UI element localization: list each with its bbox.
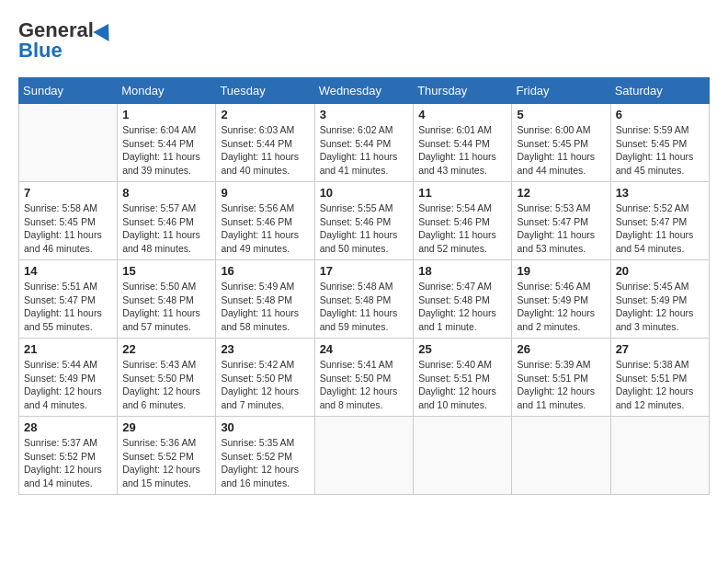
cell-sun-info: Sunrise: 5:56 AMSunset: 5:46 PMDaylight:… [221, 201, 309, 256]
calendar-cell [19, 104, 118, 182]
day-number: 4 [418, 108, 506, 121]
cell-sun-info: Sunrise: 5:49 AMSunset: 5:48 PMDaylight:… [221, 280, 309, 334]
calendar-week-2: 7Sunrise: 5:58 AMSunset: 5:45 PMDaylight… [19, 182, 710, 260]
column-header-tuesday: Tuesday [216, 78, 314, 104]
calendar-week-1: 1Sunrise: 6:04 AMSunset: 5:44 PMDaylight… [19, 104, 710, 182]
day-number: 22 [122, 342, 210, 356]
day-number: 11 [418, 186, 506, 200]
calendar-week-5: 28Sunrise: 5:37 AMSunset: 5:52 PMDayligh… [19, 417, 710, 495]
day-number: 8 [122, 186, 210, 200]
calendar-cell: 21Sunrise: 5:44 AMSunset: 5:49 PMDayligh… [19, 339, 118, 417]
column-header-wednesday: Wednesday [314, 78, 414, 104]
column-header-thursday: Thursday [414, 78, 512, 104]
calendar-cell: 28Sunrise: 5:37 AMSunset: 5:52 PMDayligh… [19, 417, 118, 495]
calendar-cell: 17Sunrise: 5:48 AMSunset: 5:48 PMDayligh… [314, 260, 414, 339]
calendar-cell: 2Sunrise: 6:03 AMSunset: 5:44 PMDaylight… [216, 104, 314, 182]
day-number: 10 [320, 186, 409, 200]
cell-sun-info: Sunrise: 5:38 AMSunset: 5:51 PMDaylight:… [616, 358, 704, 412]
day-number: 9 [221, 186, 309, 200]
cell-sun-info: Sunrise: 5:54 AMSunset: 5:46 PMDaylight:… [418, 201, 506, 256]
calendar-cell: 9Sunrise: 5:56 AMSunset: 5:46 PMDaylight… [216, 182, 314, 260]
calendar-cell: 24Sunrise: 5:41 AMSunset: 5:50 PMDayligh… [314, 339, 414, 417]
cell-sun-info: Sunrise: 6:01 AMSunset: 5:44 PMDaylight:… [418, 123, 506, 178]
day-number: 19 [517, 264, 605, 278]
day-number: 27 [616, 342, 704, 356]
logo: General Blue [18, 18, 114, 63]
calendar-cell: 14Sunrise: 5:51 AMSunset: 5:47 PMDayligh… [19, 260, 118, 339]
cell-sun-info: Sunrise: 5:41 AMSunset: 5:50 PMDaylight:… [320, 358, 409, 412]
column-header-friday: Friday [512, 78, 610, 104]
cell-sun-info: Sunrise: 5:43 AMSunset: 5:50 PMDaylight:… [122, 358, 210, 412]
cell-sun-info: Sunrise: 5:35 AMSunset: 5:52 PMDaylight:… [221, 436, 309, 490]
day-number: 17 [320, 264, 409, 278]
cell-sun-info: Sunrise: 5:48 AMSunset: 5:48 PMDaylight:… [320, 280, 409, 334]
calendar-cell: 3Sunrise: 6:02 AMSunset: 5:44 PMDaylight… [314, 104, 414, 182]
cell-sun-info: Sunrise: 5:44 AMSunset: 5:49 PMDaylight:… [24, 358, 112, 412]
calendar-cell: 22Sunrise: 5:43 AMSunset: 5:50 PMDayligh… [118, 339, 216, 417]
day-number: 1 [122, 108, 210, 121]
calendar-table: SundayMondayTuesdayWednesdayThursdayFrid… [18, 77, 710, 495]
day-number: 7 [24, 186, 112, 200]
calendar-cell: 18Sunrise: 5:47 AMSunset: 5:48 PMDayligh… [414, 260, 512, 339]
calendar-cell: 11Sunrise: 5:54 AMSunset: 5:46 PMDayligh… [414, 182, 512, 260]
column-header-sunday: Sunday [19, 78, 118, 104]
calendar-cell [314, 417, 414, 495]
column-header-saturday: Saturday [610, 78, 709, 104]
cell-sun-info: Sunrise: 6:00 AMSunset: 5:45 PMDaylight:… [517, 123, 605, 178]
cell-sun-info: Sunrise: 5:55 AMSunset: 5:46 PMDaylight:… [320, 201, 409, 256]
calendar-cell: 4Sunrise: 6:01 AMSunset: 5:44 PMDaylight… [414, 104, 512, 182]
cell-sun-info: Sunrise: 5:50 AMSunset: 5:48 PMDaylight:… [122, 280, 210, 334]
cell-sun-info: Sunrise: 6:03 AMSunset: 5:44 PMDaylight:… [221, 123, 309, 178]
cell-sun-info: Sunrise: 5:40 AMSunset: 5:51 PMDaylight:… [418, 358, 506, 412]
calendar-cell: 20Sunrise: 5:45 AMSunset: 5:49 PMDayligh… [610, 260, 709, 339]
calendar-week-4: 21Sunrise: 5:44 AMSunset: 5:49 PMDayligh… [19, 339, 710, 417]
day-number: 25 [418, 342, 506, 356]
cell-sun-info: Sunrise: 5:36 AMSunset: 5:52 PMDaylight:… [122, 436, 210, 490]
calendar-cell: 15Sunrise: 5:50 AMSunset: 5:48 PMDayligh… [118, 260, 216, 339]
day-number: 6 [616, 108, 704, 121]
day-number: 5 [517, 108, 605, 121]
cell-sun-info: Sunrise: 5:57 AMSunset: 5:46 PMDaylight:… [122, 201, 210, 256]
calendar-cell: 16Sunrise: 5:49 AMSunset: 5:48 PMDayligh… [216, 260, 314, 339]
calendar-header-row: SundayMondayTuesdayWednesdayThursdayFrid… [19, 78, 710, 104]
cell-sun-info: Sunrise: 5:59 AMSunset: 5:45 PMDaylight:… [616, 123, 704, 178]
cell-sun-info: Sunrise: 6:04 AMSunset: 5:44 PMDaylight:… [122, 123, 210, 178]
day-number: 30 [221, 420, 309, 434]
day-number: 23 [221, 342, 309, 356]
cell-sun-info: Sunrise: 5:46 AMSunset: 5:49 PMDaylight:… [517, 280, 605, 334]
calendar-cell: 29Sunrise: 5:36 AMSunset: 5:52 PMDayligh… [118, 417, 216, 495]
page-header: General Blue [18, 18, 710, 63]
logo-icon [93, 19, 116, 41]
day-number: 3 [320, 108, 409, 121]
cell-sun-info: Sunrise: 6:02 AMSunset: 5:44 PMDaylight:… [320, 123, 409, 178]
day-number: 14 [24, 264, 112, 278]
calendar-cell: 12Sunrise: 5:53 AMSunset: 5:47 PMDayligh… [512, 182, 610, 260]
cell-sun-info: Sunrise: 5:37 AMSunset: 5:52 PMDaylight:… [24, 436, 112, 490]
calendar-cell [512, 417, 610, 495]
calendar-cell: 8Sunrise: 5:57 AMSunset: 5:46 PMDaylight… [118, 182, 216, 260]
day-number: 21 [24, 342, 112, 356]
calendar-cell: 5Sunrise: 6:00 AMSunset: 5:45 PMDaylight… [512, 104, 610, 182]
calendar-cell [610, 417, 709, 495]
cell-sun-info: Sunrise: 5:58 AMSunset: 5:45 PMDaylight:… [24, 201, 112, 256]
cell-sun-info: Sunrise: 5:45 AMSunset: 5:49 PMDaylight:… [616, 280, 704, 334]
cell-sun-info: Sunrise: 5:39 AMSunset: 5:51 PMDaylight:… [517, 358, 605, 412]
cell-sun-info: Sunrise: 5:42 AMSunset: 5:50 PMDaylight:… [221, 358, 309, 412]
day-number: 29 [122, 420, 210, 434]
day-number: 24 [320, 342, 409, 356]
column-header-monday: Monday [118, 78, 216, 104]
calendar-cell: 23Sunrise: 5:42 AMSunset: 5:50 PMDayligh… [216, 339, 314, 417]
calendar-cell: 10Sunrise: 5:55 AMSunset: 5:46 PMDayligh… [314, 182, 414, 260]
calendar-cell: 6Sunrise: 5:59 AMSunset: 5:45 PMDaylight… [610, 104, 709, 182]
calendar-cell: 1Sunrise: 6:04 AMSunset: 5:44 PMDaylight… [118, 104, 216, 182]
calendar-cell: 30Sunrise: 5:35 AMSunset: 5:52 PMDayligh… [216, 417, 314, 495]
calendar-cell: 13Sunrise: 5:52 AMSunset: 5:47 PMDayligh… [610, 182, 709, 260]
cell-sun-info: Sunrise: 5:52 AMSunset: 5:47 PMDaylight:… [616, 201, 704, 256]
cell-sun-info: Sunrise: 5:51 AMSunset: 5:47 PMDaylight:… [24, 280, 112, 334]
day-number: 2 [221, 108, 309, 121]
calendar-cell: 27Sunrise: 5:38 AMSunset: 5:51 PMDayligh… [610, 339, 709, 417]
day-number: 20 [616, 264, 704, 278]
day-number: 18 [418, 264, 506, 278]
calendar-body: 1Sunrise: 6:04 AMSunset: 5:44 PMDaylight… [19, 104, 710, 495]
calendar-cell [414, 417, 512, 495]
